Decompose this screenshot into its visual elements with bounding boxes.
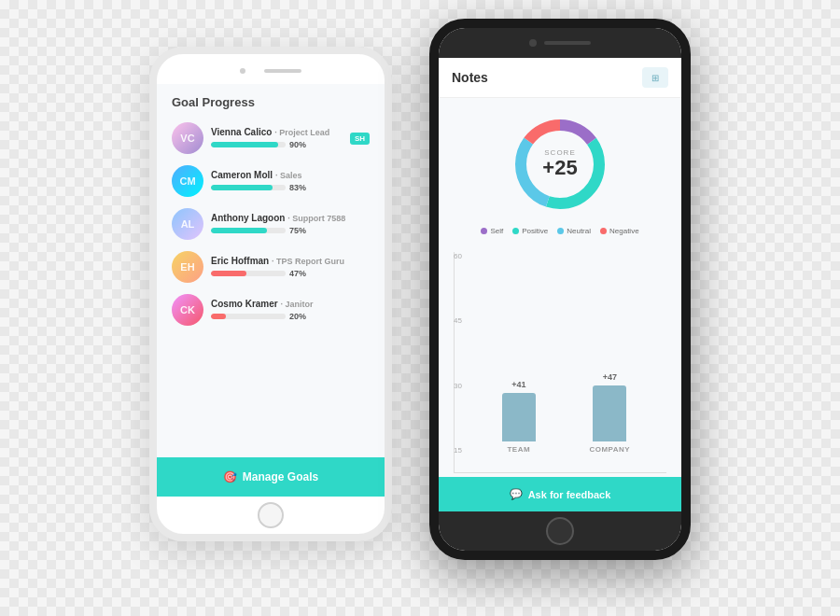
white-home-button[interactable]	[258, 502, 284, 528]
avatar-initials: EH	[172, 251, 203, 283]
goal-bar-bg	[211, 314, 286, 319]
score-value: +25	[542, 157, 577, 179]
goal-percentage: 20%	[289, 312, 306, 321]
manage-goals-label: Manage Goals	[243, 470, 318, 483]
goal-bar: 75%	[211, 226, 370, 235]
avatar: CK	[172, 294, 203, 326]
ask-feedback-label: Ask for feedback	[528, 489, 611, 500]
donut-center: SCORE +25	[542, 148, 577, 179]
goal-name: Vienna Calico · Project Lead	[211, 127, 343, 137]
goal-list-item[interactable]: AL Anthony Lagoon · Support 7588 75%	[164, 203, 377, 245]
dark-camera	[529, 39, 537, 47]
goal-bar-fill	[211, 314, 226, 319]
goal-role: · Janitor	[280, 300, 313, 309]
legend-dot	[481, 228, 487, 234]
manage-goals-icon: 🎯	[223, 470, 237, 483]
goal-percentage: 75%	[289, 226, 306, 235]
avatar: CM	[172, 165, 203, 197]
bar-category-label: COMPANY	[589, 445, 630, 454]
notes-title: Notes	[452, 70, 488, 85]
goal-role: · Support 7588	[287, 214, 345, 223]
goal-name: Cameron Moll · Sales	[211, 170, 370, 180]
phone-dark: Notes ⊞ SCORE +25	[429, 19, 691, 560]
goal-bar-fill	[211, 142, 278, 147]
avatar: AL	[172, 208, 203, 240]
goal-bar-fill	[211, 271, 246, 276]
score-section: SCORE +25	[439, 98, 681, 227]
goal-bar-fill	[211, 228, 267, 233]
goal-role: · Sales	[275, 171, 302, 180]
goal-progress-title: Goal Progress	[157, 84, 385, 117]
bar-value-label: +41	[511, 380, 525, 389]
chart-y-label: 60	[454, 252, 462, 260]
speaker-bar	[264, 69, 301, 73]
share-badge: SH	[350, 133, 370, 145]
white-top-bar	[157, 54, 385, 84]
ask-feedback-button[interactable]: 💬 Ask for feedback	[439, 477, 681, 511]
chart-y-label: 30	[454, 382, 462, 390]
camera-dot	[240, 68, 245, 74]
dark-speaker	[544, 41, 591, 45]
notes-header: Notes ⊞	[439, 58, 681, 98]
avatar: EH	[172, 251, 203, 283]
bar-rect	[502, 393, 536, 441]
goal-bar-bg	[211, 271, 286, 276]
avatar-initials: CM	[172, 165, 203, 197]
goal-bar: 20%	[211, 312, 370, 321]
bar-rect	[593, 385, 626, 441]
phone-white: Goal Progress VC Vienna Calico · Project…	[149, 47, 392, 541]
goal-info: Cameron Moll · Sales 83%	[211, 170, 370, 192]
goal-list-item[interactable]: CK Cosmo Kramer · Janitor 20%	[164, 288, 377, 331]
bar-chart-section: 60453015 +41 TEAM +47 COMPANY	[439, 245, 681, 477]
goal-info: Anthony Lagoon · Support 7588 75%	[211, 213, 370, 235]
goal-percentage: 83%	[289, 183, 306, 192]
dark-screen: Notes ⊞ SCORE +25	[439, 58, 681, 511]
avatar: VC	[172, 122, 203, 154]
goal-bar-fill	[211, 185, 273, 190]
legend-dot	[557, 228, 564, 234]
chart-y-label: 45	[454, 316, 462, 325]
legend-dot	[512, 228, 519, 234]
white-screen: Goal Progress VC Vienna Calico · Project…	[157, 84, 385, 497]
bar-group: +41 TEAM	[502, 252, 536, 454]
goal-percentage: 90%	[289, 140, 306, 149]
goal-bar: 47%	[211, 269, 370, 278]
notes-share-icon[interactable]: ⊞	[642, 67, 668, 88]
goal-bar-bg	[211, 142, 286, 147]
goal-list-item[interactable]: CM Cameron Moll · Sales 83%	[164, 160, 377, 203]
goal-bar: 90%	[211, 140, 343, 149]
goal-list-item[interactable]: EH Eric Hoffman · TPS Report Guru 47%	[164, 245, 377, 288]
donut-chart: SCORE +25	[509, 113, 611, 216]
manage-goals-button[interactable]: 🎯 Manage Goals	[157, 457, 385, 497]
goal-info: Eric Hoffman · TPS Report Guru 47%	[211, 256, 370, 278]
avatar-initials: AL	[172, 208, 203, 240]
goal-bar-bg	[211, 228, 286, 233]
chart-y-label: 15	[454, 446, 462, 455]
white-bottom-bar	[157, 497, 385, 534]
goal-list: VC Vienna Calico · Project Lead 90% SH C…	[157, 117, 385, 457]
bar-category-label: TEAM	[507, 445, 530, 454]
legend-item: Positive	[512, 227, 548, 235]
goal-info: Cosmo Kramer · Janitor 20%	[211, 299, 370, 321]
goal-list-item[interactable]: VC Vienna Calico · Project Lead 90% SH	[164, 117, 377, 160]
legend-label: Negative	[609, 227, 639, 235]
phones-container: Goal Progress VC Vienna Calico · Project…	[149, 19, 691, 597]
bar-value-label: +47	[603, 372, 617, 382]
goal-role: · Project Lead	[274, 128, 329, 137]
legend-dot	[600, 228, 607, 234]
dark-top-bar	[439, 28, 681, 58]
avatar-initials: VC	[172, 122, 203, 154]
goal-percentage: 47%	[289, 269, 306, 278]
legend-section: Self Positive Neutral Negative	[439, 227, 681, 245]
dark-bottom-bar	[439, 511, 681, 551]
legend-item: Negative	[600, 227, 639, 235]
goal-name: Cosmo Kramer · Janitor	[211, 299, 370, 309]
feedback-icon: 💬	[510, 488, 523, 500]
goal-name: Eric Hoffman · TPS Report Guru	[211, 256, 370, 266]
legend-item: Neutral	[557, 227, 591, 235]
goal-name: Anthony Lagoon · Support 7588	[211, 213, 370, 223]
dark-home-button[interactable]	[546, 517, 574, 545]
goal-info: Vienna Calico · Project Lead 90%	[211, 127, 343, 149]
goal-role: · TPS Report Guru	[272, 257, 344, 266]
goal-bar-bg	[211, 185, 286, 190]
